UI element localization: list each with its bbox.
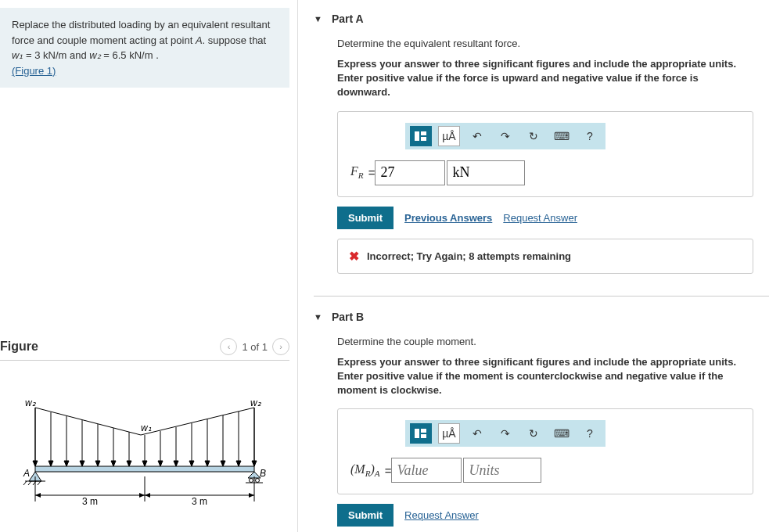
svg-marker-19	[142, 461, 147, 466]
pager-label: 1 of 1	[242, 341, 268, 353]
svg-point-42	[250, 479, 253, 483]
template-icon[interactable]	[410, 423, 432, 444]
part-a-var-label: FR	[350, 164, 364, 180]
caret-down-icon: ▼	[314, 14, 322, 23]
incorrect-x-icon: ✖	[349, 249, 359, 264]
part-b-request-answer-link[interactable]: Request Answer	[404, 509, 479, 521]
svg-marker-27	[205, 461, 210, 466]
part-b-desc: Determine the couple moment.	[337, 336, 753, 347]
svg-marker-21	[158, 461, 163, 466]
svg-marker-9	[64, 461, 69, 466]
fig-dim-2: 3 m	[192, 496, 207, 507]
part-b-var-label: (MR)A	[350, 462, 380, 478]
fig-label-B: B	[260, 468, 266, 479]
undo-icon[interactable]: ↶	[466, 423, 488, 444]
fig-label-w2-right: w₂	[250, 397, 262, 408]
svg-marker-13	[95, 461, 100, 466]
figure-diagram: w₂ w₂ w₁	[0, 384, 289, 527]
part-a: ▼ Part A Determine the equivalent result…	[314, 8, 769, 282]
svg-rect-57	[415, 429, 419, 438]
keyboard-icon[interactable]: ⌨	[551, 126, 573, 146]
svg-marker-52	[145, 493, 150, 498]
template-icon[interactable]	[410, 126, 432, 146]
part-b-instr: Express your answer to three significant…	[337, 355, 753, 398]
fig-label-A: A	[23, 468, 30, 479]
undo-icon[interactable]: ↶	[466, 126, 488, 146]
divider	[314, 296, 769, 297]
part-b-value-input[interactable]	[391, 458, 462, 483]
part-a-feedback: ✖ Incorrect; Try Again; 8 attempts remai…	[337, 239, 753, 274]
part-a-header[interactable]: ▼ Part A	[314, 8, 769, 30]
part-a-previous-answers-link[interactable]: Previous Answers	[404, 212, 492, 224]
figure-header: Figure ‹ 1 of 1 ›	[0, 338, 289, 361]
svg-rect-56	[421, 137, 426, 141]
svg-point-43	[256, 479, 260, 483]
reset-icon[interactable]: ↻	[523, 126, 544, 146]
svg-line-37	[23, 481, 27, 485]
svg-marker-53	[249, 493, 254, 498]
svg-line-1	[141, 408, 254, 435]
svg-marker-33	[252, 461, 257, 466]
help-icon[interactable]: ?	[579, 423, 601, 444]
part-a-toolbar: µÅ ↶ ↷ ↻ ⌨ ?	[405, 123, 605, 149]
part-b-unit-input[interactable]	[463, 458, 541, 483]
svg-rect-34	[35, 466, 254, 472]
part-a-feedback-text: Incorrect; Try Again; 8 attempts remaini…	[367, 250, 571, 262]
pager-next-button[interactable]: ›	[272, 338, 289, 355]
part-b-toolbar: µÅ ↶ ↷ ↻ ⌨ ?	[405, 420, 605, 447]
reset-icon[interactable]: ↻	[523, 423, 544, 444]
part-a-desc: Determine the equivalent resultant force…	[337, 38, 753, 49]
fig-label-w2-left: w₂	[25, 397, 37, 408]
svg-marker-29	[221, 461, 225, 466]
svg-rect-55	[421, 131, 426, 135]
part-a-instr: Express your answer to three significant…	[337, 57, 753, 100]
problem-statement: Replace the distributed loading by an eq…	[0, 8, 289, 88]
svg-marker-23	[174, 461, 178, 466]
part-a-title: Part A	[332, 13, 364, 25]
fig-label-w1: w₁	[141, 422, 152, 433]
part-a-request-answer-link[interactable]: Request Answer	[503, 212, 577, 224]
svg-line-40	[38, 481, 41, 485]
part-a-answer-box: µÅ ↶ ↷ ↻ ⌨ ? FR =	[337, 111, 753, 197]
svg-line-38	[28, 481, 31, 485]
svg-marker-7	[49, 461, 53, 466]
part-a-unit-input[interactable]	[447, 160, 525, 185]
problem-point: A	[196, 34, 203, 46]
part-b-title: Part B	[332, 311, 364, 323]
figure-title: Figure	[0, 340, 38, 354]
svg-marker-25	[189, 461, 194, 466]
caret-down-icon: ▼	[314, 312, 322, 322]
svg-marker-15	[111, 461, 116, 466]
part-b-submit-button[interactable]: Submit	[337, 504, 393, 527]
svg-marker-50	[139, 493, 145, 498]
redo-icon[interactable]: ↷	[494, 423, 516, 444]
svg-marker-11	[80, 461, 84, 466]
svg-rect-59	[421, 434, 426, 438]
help-icon[interactable]: ?	[579, 126, 601, 146]
units-button[interactable]: µÅ	[438, 126, 460, 146]
part-b: ▼ Part B Determine the couple moment. Ex…	[314, 306, 769, 532]
svg-rect-54	[415, 131, 419, 141]
figure-link[interactable]: (Figure 1)	[12, 65, 56, 77]
units-button[interactable]: µÅ	[438, 423, 460, 444]
redo-icon[interactable]: ↷	[494, 126, 516, 146]
keyboard-icon[interactable]: ⌨	[551, 423, 573, 444]
part-b-header[interactable]: ▼ Part B	[314, 306, 769, 328]
pager-prev-button[interactable]: ‹	[220, 338, 237, 355]
part-a-submit-button[interactable]: Submit	[337, 207, 393, 229]
svg-marker-31	[236, 461, 241, 466]
figure-pager: ‹ 1 of 1 ›	[220, 338, 289, 355]
part-a-value-input[interactable]	[375, 160, 445, 185]
part-b-answer-box: µÅ ↶ ↷ ↻ ⌨ ? (MR)A =	[337, 408, 753, 494]
svg-marker-49	[35, 493, 41, 498]
svg-marker-5	[33, 461, 38, 466]
svg-marker-17	[127, 461, 131, 466]
svg-rect-58	[421, 429, 426, 433]
fig-dim-1: 3 m	[82, 496, 98, 507]
